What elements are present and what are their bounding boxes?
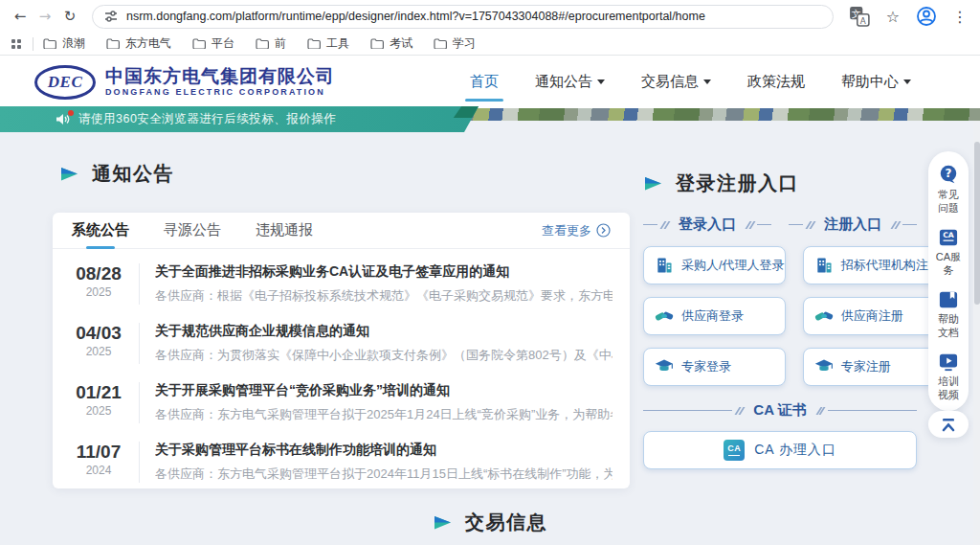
reload-icon[interactable]: ↻ (57, 4, 82, 29)
divider (33, 37, 33, 51)
apps-icon[interactable] (11, 39, 21, 49)
notice-row[interactable]: 01/21 2025 关于开展采购管理平台“竞价采购业务”培训的通知 各供应商：… (53, 373, 630, 432)
section-arrow-icon (59, 166, 79, 182)
building-icon (814, 256, 834, 275)
bookmark-folder[interactable]: 学习 (434, 35, 476, 52)
ca-card-icon: CA (938, 228, 959, 247)
bidding-agency-register-button[interactable]: 招标代理机构注册 (803, 246, 942, 284)
notice-body: 关于规范供应商企业规模信息的通知 各供应商：为贯彻落实《保障中小企业款项支付条例… (139, 323, 612, 364)
help-docs-item[interactable]: 帮助文档 (935, 290, 962, 339)
entry-section-title: 登录注册入口 (643, 170, 917, 196)
handshake-icon (814, 307, 834, 326)
register-subheader: 注册入口 (789, 216, 917, 234)
nav-item-home[interactable]: 首页 (470, 73, 499, 91)
ca-service-item[interactable]: CA CA服务 (935, 228, 962, 277)
bookmark-label: 平台 (212, 35, 234, 52)
notices-card: 系统公告 寻源公告 违规通报 查看更多 08/28 2025 (53, 213, 630, 488)
trade-section-title: 交易信息 (433, 510, 547, 535)
forward-icon[interactable]: → (33, 4, 57, 29)
section-arrow-icon (433, 514, 453, 531)
bookmark-folder[interactable]: 东方电气 (106, 35, 171, 52)
view-more-link[interactable]: 查看更多 (542, 222, 611, 239)
bookmarks-bar: 浪潮 东方电气 平台 前 工具 考试 学习 (0, 33, 980, 56)
tab-system-notices[interactable]: 系统公告 (72, 213, 129, 248)
svg-text:CA: CA (943, 231, 954, 239)
dec-logo[interactable]: DEC (34, 65, 96, 100)
menu-dots-icon[interactable]: ⋮ (949, 6, 970, 27)
nav-item-help[interactable]: 帮助中心 (841, 73, 911, 91)
nav-item-policy[interactable]: 政策法规 (747, 73, 805, 91)
graduation-cap-icon (814, 357, 834, 376)
entry-buttons: 采购人/代理人登录 招标代理机构注册 (643, 246, 917, 386)
supplier-register-button[interactable]: 供应商注册 (803, 297, 942, 335)
site-settings-icon[interactable] (104, 10, 118, 23)
supplier-login-button[interactable]: 供应商登录 (643, 297, 786, 335)
bookmark-folder[interactable]: 考试 (370, 35, 412, 52)
bookmark-folder[interactable]: 前 (256, 35, 286, 52)
scroll-to-top-button[interactable] (928, 411, 969, 438)
notices-section-title: 通知公告 (59, 161, 174, 187)
notice-title[interactable]: 关于全面推进非招标采购业务CA认证及电子签章应用的通知 (155, 263, 612, 281)
nav-item-trade[interactable]: 交易信息 (641, 73, 711, 91)
notice-title[interactable]: 关于规范供应商企业规模信息的通知 (155, 323, 612, 340)
bookmark-folder[interactable]: 平台 (192, 35, 234, 52)
notice-date: 01/21 2025 (58, 382, 139, 419)
tab-violation-reports[interactable]: 违规通报 (256, 213, 313, 248)
address-bar[interactable]: nsrm.dongfang.com/platform/runtime/epp/d… (92, 5, 834, 29)
folder-icon (43, 38, 56, 49)
ca-subheader: CA 证书 (643, 401, 917, 420)
url-text: nsrm.dongfang.com/platform/runtime/epp/d… (126, 10, 705, 23)
profile-avatar-icon[interactable] (916, 6, 937, 27)
notice-title[interactable]: 关于采购管理平台标书在线制作功能培训的通知 (155, 442, 612, 459)
notice-row[interactable]: 04/03 2025 关于规范供应商企业规模信息的通知 各供应商：为贯彻落实《保… (53, 313, 630, 373)
section-arrow-icon (643, 175, 663, 192)
scrollbar-track[interactable] (973, 121, 980, 545)
folder-icon (192, 38, 206, 49)
bookmark-folder[interactable]: 浪潮 (43, 35, 85, 52)
entry-subheaders: 登录入口 注册入口 (643, 216, 917, 234)
handshake-icon (655, 307, 674, 326)
ca-card-icon: CA (724, 440, 745, 461)
company-name-cn: 中国东方电气集团有限公司 (105, 66, 335, 87)
ca-apply-button[interactable]: CA CA 办理入口 (643, 431, 917, 469)
training-videos-item[interactable]: 培训视频 (935, 352, 962, 401)
bookmark-label: 浪潮 (62, 35, 85, 52)
quick-access-bar: ? 常见问题 CA CA服务 帮助文档 (928, 151, 969, 411)
notice-row[interactable]: 08/28 2025 关于全面推进非招标采购业务CA认证及电子签章应用的通知 各… (53, 254, 630, 313)
back-icon[interactable]: ← (8, 4, 33, 29)
notice-title[interactable]: 关于开展采购管理平台“竞价采购业务”培训的通知 (155, 382, 612, 399)
document-icon (938, 290, 959, 309)
entry-section: 登录注册入口 登录入口 注册入口 (643, 170, 917, 469)
bookmark-label: 学习 (453, 35, 476, 52)
svg-text:A: A (860, 16, 866, 26)
expert-login-button[interactable]: 专家登录 (643, 348, 786, 386)
notice-body: 关于采购管理平台标书在线制作功能培训的通知 各供应商：东方电气采购管理平台拟于2… (139, 442, 612, 483)
bookmark-star-icon[interactable]: ☆ (882, 6, 903, 27)
notice-excerpt: 各供应商：为贯彻落实《保障中小企业款项支付条例》（国务院令第802号）及《中小企… (155, 347, 612, 364)
folder-icon (434, 38, 447, 49)
notice-date: 04/03 2025 (58, 323, 139, 359)
faq-item[interactable]: ? 常见问题 (935, 164, 962, 215)
main-content: 通知公告 系统公告 寻源公告 违规通报 查看更多 08/28 (0, 121, 980, 545)
buyer-agent-login-button[interactable]: 采购人/代理人登录 (643, 246, 786, 284)
banner-text: 请使用360安全浏览器进行后续投标、报价操作 (78, 111, 336, 127)
browser-warning-banner: 请使用360安全浏览器进行后续投标、报价操作 (0, 106, 479, 132)
scrollbar-thumb[interactable] (974, 142, 980, 305)
bookmark-label: 东方电气 (125, 35, 171, 52)
notice-excerpt: 各供应商：东方电气采购管理平台拟于2025年1月24日上线“竞价采购”业务，为帮… (155, 406, 612, 423)
folder-icon (307, 38, 321, 49)
svg-text:?: ? (946, 167, 952, 180)
notice-row[interactable]: 11/07 2024 关于采购管理平台标书在线制作功能培训的通知 各供应商：东方… (53, 432, 630, 488)
folder-icon (106, 38, 120, 49)
nav-item-notices[interactable]: 通知公告 (535, 73, 605, 91)
company-name-en: DONGFANG ELECTRIC CORPORATION (105, 87, 335, 98)
building-icon (655, 256, 674, 275)
chevron-down-icon (597, 79, 605, 84)
translate-icon[interactable]: 文 A (849, 6, 870, 27)
expert-register-button[interactable]: 专家注册 (803, 348, 942, 386)
bookmark-folder[interactable]: 工具 (307, 35, 349, 52)
graduation-cap-icon (655, 357, 674, 376)
bookmark-label: 前 (275, 35, 286, 52)
tab-sourcing-notices[interactable]: 寻源公告 (164, 213, 221, 248)
alert-dot (68, 110, 74, 116)
